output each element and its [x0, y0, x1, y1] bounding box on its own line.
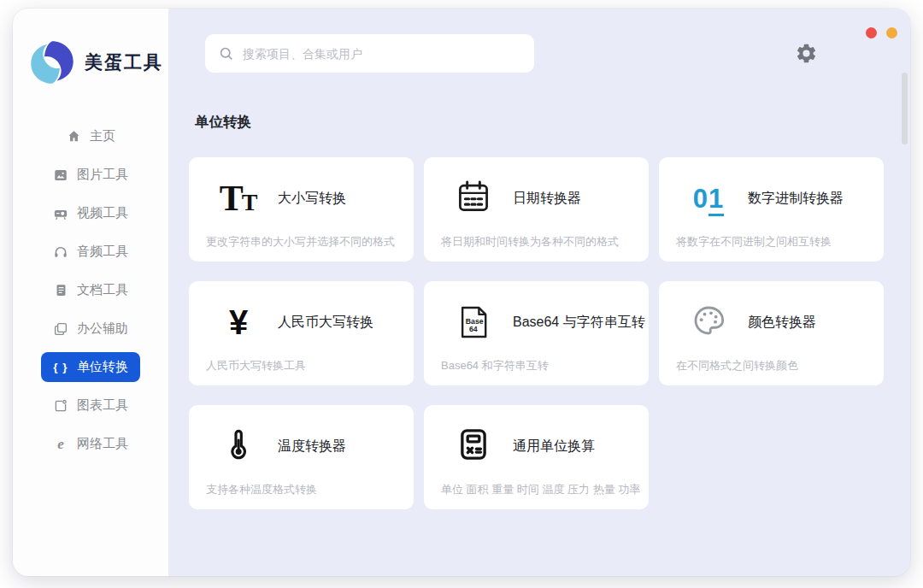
card-title: 通用单位换算: [513, 438, 595, 456]
sidebar-item-chart-tools[interactable]: 图表工具: [41, 391, 140, 420]
card-description: 在不同格式之间转换颜色: [676, 358, 798, 373]
card-number-base[interactable]: 01数字进制转换器将数字在不同进制之间相互转换: [659, 157, 884, 262]
card-date[interactable]: 日期转换器将日期和时间转换为各种不同的格式: [424, 157, 649, 262]
card-title: 大小写转换: [278, 190, 346, 208]
sidebar-item-label: 文档工具: [77, 282, 128, 298]
calculator-icon: [456, 426, 491, 466]
sidebar-item-label: 主页: [90, 128, 115, 144]
sidebar-item-video-tools[interactable]: 视频工具: [41, 198, 140, 228]
braces-icon: { }: [53, 360, 68, 375]
browser-e-icon: e: [53, 437, 68, 452]
main-area: 单位转换 TT大小写转换更改字符串的大小写并选择不同的格式日期转换器将日期和时间…: [168, 9, 910, 576]
sidebar-item-label: 图表工具: [77, 397, 128, 414]
text-case-icon: TT: [220, 180, 258, 216]
card-description: 单位 面积 重量 时间 温度 压力 热量 功率: [441, 482, 640, 497]
svg-text:64: 64: [469, 325, 478, 333]
card-description: Base64 和字符串互转: [441, 358, 549, 373]
card-title: 数字进制转换器: [748, 190, 844, 208]
headphones-icon: [53, 244, 68, 260]
sidebar-item-label: 视频工具: [77, 205, 128, 221]
card-icon: [453, 426, 494, 467]
sidebar-item-label: 网络工具: [77, 436, 128, 452]
window-control-red[interactable]: [866, 27, 877, 38]
sidebar-item-label: 单位转换: [77, 359, 128, 375]
card-title: Base64 与字符串互转: [513, 314, 645, 332]
sidebar-item-audio-tools[interactable]: 音频工具: [41, 237, 140, 267]
card-icon: Base64: [453, 302, 494, 343]
binary-01-icon: 01: [693, 185, 725, 212]
topbar: [189, 34, 884, 73]
video-icon: [53, 206, 68, 221]
card-header: 01数字进制转换器: [688, 178, 844, 219]
card-text-case[interactable]: TT大小写转换更改字符串的大小写并选择不同的格式: [189, 157, 414, 262]
sidebar: 美蛋工具 主页图片工具视频工具音频工具文档工具办公辅助{ }单位转换图表工具e网…: [13, 9, 168, 576]
card-description: 人民币大写转换工具: [206, 358, 306, 373]
sidebar-item-office-assist[interactable]: 办公辅助: [41, 314, 140, 344]
card-icon: [688, 302, 729, 343]
card-icon: 01: [688, 178, 729, 219]
sidebar-item-home[interactable]: 主页: [54, 121, 127, 151]
sidebar-item-image-tools[interactable]: 图片工具: [41, 160, 140, 190]
search-input[interactable]: [243, 47, 521, 61]
card-title: 日期转换器: [513, 190, 581, 208]
palette-icon: [691, 303, 726, 341]
card-icon: [218, 426, 259, 467]
sidebar-item-label: 办公辅助: [77, 320, 128, 337]
card-header: 温度转换器: [218, 426, 346, 467]
document-icon: [53, 283, 68, 298]
yuan-sign-icon: ¥: [229, 305, 248, 339]
card-header: TT大小写转换: [218, 178, 346, 219]
card-description: 将数字在不同进制之间相互转换: [676, 234, 832, 250]
card-header: 颜色转换器: [688, 302, 816, 343]
sidebar-item-label: 音频工具: [77, 244, 128, 260]
chart-icon: [53, 398, 68, 414]
window-control-yellow[interactable]: [886, 27, 897, 38]
card-temperature[interactable]: 温度转换器支持各种温度格式转换: [189, 405, 414, 509]
sidebar-nav: 主页图片工具视频工具音频工具文档工具办公辅助{ }单位转换图表工具e网络工具: [13, 121, 168, 459]
app-title: 美蛋工具: [85, 50, 163, 74]
card-header: ¥人民币大写转换: [218, 302, 373, 343]
thermometer-icon: [222, 428, 255, 464]
logo: 美蛋工具: [13, 39, 168, 85]
home-icon: [66, 129, 81, 144]
card-icon: [453, 178, 494, 219]
tool-card-grid: TT大小写转换更改字符串的大小写并选择不同的格式日期转换器将日期和时间转换为各种…: [189, 157, 884, 509]
card-description: 将日期和时间转换为各种不同的格式: [441, 234, 619, 250]
section-title: 单位转换: [195, 113, 884, 132]
card-title: 温度转换器: [278, 438, 346, 456]
image-icon: [53, 168, 68, 183]
card-description: 更改字符串的大小写并选择不同的格式: [206, 234, 395, 250]
sidebar-item-doc-tools[interactable]: 文档工具: [41, 275, 140, 305]
search-icon: [218, 45, 234, 62]
card-header: Base64Base64 与字符串互转: [453, 302, 645, 343]
calendar-icon: [455, 178, 492, 219]
card-base64[interactable]: Base64Base64 与字符串互转Base64 和字符串互转: [424, 281, 649, 385]
scrollbar-thumb[interactable]: [902, 73, 908, 144]
search-bar[interactable]: [205, 34, 534, 73]
card-icon: ¥: [218, 302, 259, 343]
settings-button[interactable]: [793, 41, 819, 67]
card-header: 通用单位换算: [453, 426, 595, 467]
card-description: 支持各种温度格式转换: [206, 482, 317, 497]
gear-icon: [795, 42, 818, 65]
card-color[interactable]: 颜色转换器在不同格式之间转换颜色: [659, 281, 884, 385]
base64-file-icon: Base64: [455, 303, 492, 341]
card-general-unit[interactable]: 通用单位换算单位 面积 重量 时间 温度 压力 热量 功率: [424, 405, 649, 509]
copy-icon: [53, 321, 68, 337]
card-header: 日期转换器: [453, 178, 581, 219]
card-icon: TT: [218, 178, 259, 219]
card-rmb[interactable]: ¥人民币大写转换人民币大写转换工具: [189, 281, 414, 385]
card-title: 人民币大写转换: [278, 314, 373, 332]
sidebar-item-network-tools[interactable]: e网络工具: [41, 429, 140, 459]
logo-swirl-icon: [29, 39, 75, 85]
sidebar-item-label: 图片工具: [77, 167, 128, 183]
sidebar-item-unit-convert[interactable]: { }单位转换: [41, 352, 140, 382]
app-window: 美蛋工具 主页图片工具视频工具音频工具文档工具办公辅助{ }单位转换图表工具e网…: [13, 9, 910, 576]
card-title: 颜色转换器: [748, 314, 816, 332]
